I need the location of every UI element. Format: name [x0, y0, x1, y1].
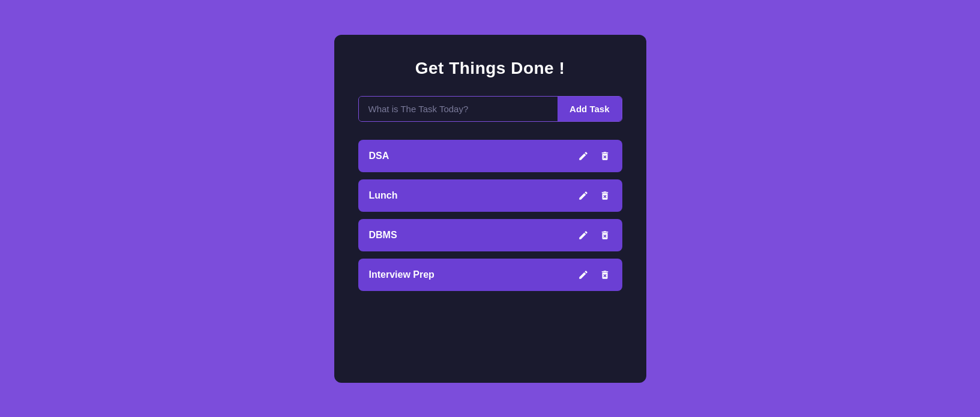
edit-icon-3 — [578, 230, 589, 241]
task-label-3: DBMS — [369, 230, 397, 241]
task-item-2: Lunch — [358, 179, 622, 212]
task-input[interactable] — [359, 97, 558, 121]
edit-button-2[interactable] — [577, 189, 590, 202]
task-item-4: Interview Prep — [358, 259, 622, 291]
delete-button-3[interactable] — [598, 229, 612, 242]
task-actions-1 — [577, 149, 612, 163]
delete-button-1[interactable] — [598, 149, 612, 163]
app-container: Get Things Done ! Add Task DSA — [334, 35, 646, 383]
task-item-1: DSA — [358, 140, 622, 172]
add-task-button[interactable]: Add Task — [558, 97, 621, 121]
delete-button-2[interactable] — [598, 189, 612, 202]
input-row: Add Task — [358, 96, 622, 122]
task-item-3: DBMS — [358, 219, 622, 251]
task-actions-2 — [577, 189, 612, 202]
trash-icon-2 — [600, 190, 610, 201]
trash-icon-1 — [600, 151, 610, 161]
task-label-1: DSA — [369, 151, 389, 161]
app-title: Get Things Done ! — [415, 59, 565, 78]
delete-button-4[interactable] — [598, 268, 612, 281]
task-actions-3 — [577, 229, 612, 242]
trash-icon-3 — [600, 230, 610, 241]
edit-button-3[interactable] — [577, 229, 590, 242]
edit-icon-1 — [578, 151, 589, 161]
edit-button-1[interactable] — [577, 149, 590, 163]
task-label-2: Lunch — [369, 190, 398, 201]
task-label-4: Interview Prep — [369, 269, 434, 280]
tasks-list: DSA Lunch — [358, 140, 622, 291]
edit-icon-4 — [578, 269, 589, 280]
edit-icon-2 — [578, 190, 589, 201]
trash-icon-4 — [600, 269, 610, 280]
edit-button-4[interactable] — [577, 268, 590, 281]
task-actions-4 — [577, 268, 612, 281]
